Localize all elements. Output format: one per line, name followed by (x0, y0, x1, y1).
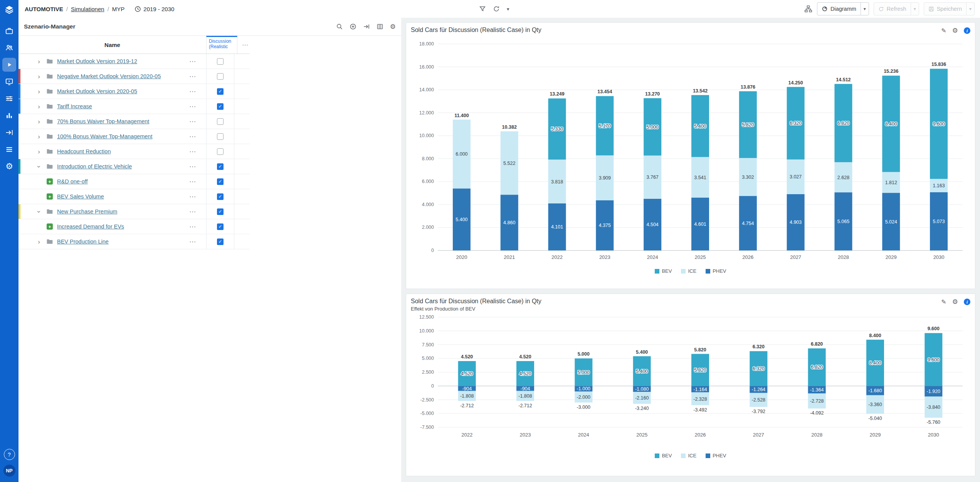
folder-icon (46, 118, 53, 125)
breadcrumb: AUTOMOTIVE / Simulationen / MYP (18, 6, 124, 12)
discussion-column-header[interactable]: Discussion (Realistic (206, 36, 237, 54)
legend-item[interactable]: BEV (655, 453, 672, 458)
chevron-right-icon[interactable]: › (35, 148, 42, 155)
help-icon[interactable]: ? (4, 449, 15, 460)
discussion-checkbox[interactable] (217, 58, 224, 65)
gear-icon[interactable]: ⚙ (952, 298, 958, 306)
scenario-link[interactable]: Tariff Increase (57, 103, 92, 109)
scenario-manager-panel: Szenario-Manager ⚙ Name Discussion (Real… (18, 18, 402, 482)
scenario-link[interactable]: Market Outlook Version 2019-12 (57, 58, 137, 64)
breadcrumb-simulations-link[interactable]: Simulationen (71, 6, 104, 12)
view-select-caret[interactable]: ▾ (861, 3, 869, 15)
nav-rows-icon[interactable] (2, 143, 16, 156)
row-menu-icon[interactable]: ⋯ (189, 178, 196, 186)
view-select-main[interactable]: Diagramm (817, 3, 861, 15)
scenario-link[interactable]: 70% Bonus Waiver Top-Management (57, 118, 149, 124)
nav-sliders-icon[interactable] (2, 92, 16, 106)
gear-icon[interactable]: ⚙ (390, 24, 396, 30)
filter-funnel-icon[interactable] (479, 5, 486, 12)
discussion-checkbox[interactable]: ✓ (217, 208, 224, 215)
nav-users-icon[interactable] (2, 41, 16, 55)
row-menu-icon[interactable]: ⋯ (189, 238, 196, 246)
info-icon[interactable]: i (964, 299, 970, 305)
chevron-right-icon[interactable]: › (35, 73, 42, 80)
scenario-link[interactable]: New Purchase Premium (57, 208, 117, 215)
discussion-checkbox[interactable] (217, 118, 224, 125)
row-menu-icon[interactable]: ⋯ (189, 133, 196, 141)
scenario-link[interactable]: R&D one-off (57, 178, 88, 185)
scenario-color-strip (18, 159, 20, 174)
scenario-link[interactable]: Negative Market Outlook Version 2020-05 (57, 73, 161, 79)
info-icon[interactable]: i (964, 27, 970, 34)
row-menu-icon[interactable]: ⋯ (189, 208, 196, 216)
discussion-checkbox[interactable]: ✓ (217, 238, 224, 245)
row-menu-icon[interactable]: ⋯ (189, 87, 196, 96)
chevron-right-icon[interactable]: › (35, 103, 42, 110)
nav-analytics-icon[interactable] (2, 109, 16, 123)
row-menu-icon[interactable]: ⋯ (189, 118, 196, 126)
discussion-checkbox[interactable] (217, 73, 224, 80)
scenario-link[interactable]: BEV Production Line (57, 238, 109, 245)
edit-pencil-icon[interactable]: ✎ (941, 298, 946, 306)
search-icon[interactable] (336, 23, 343, 30)
chevron-down-icon[interactable]: › (36, 163, 42, 170)
hierarchy-view-icon[interactable] (804, 5, 812, 13)
legend-item[interactable]: BEV (655, 268, 672, 274)
legend-item[interactable]: PHEV (706, 453, 726, 458)
add-circle-icon[interactable] (350, 23, 356, 30)
nav-settings-gear-icon[interactable]: ⚙ (2, 160, 16, 173)
svg-text:6.000: 6.000 (422, 179, 434, 184)
legend-item[interactable]: ICE (681, 453, 696, 458)
row-menu-icon[interactable]: ⋯ (189, 102, 196, 111)
chevron-right-icon[interactable]: › (35, 118, 42, 125)
scenario-link[interactable]: BEV Sales Volume (57, 193, 104, 200)
legend-item[interactable]: ICE (681, 268, 696, 274)
chevron-right-icon[interactable]: › (35, 238, 42, 245)
refresh-button[interactable]: Refresh (874, 3, 911, 15)
discussion-checkbox[interactable]: ✓ (217, 103, 224, 110)
column-options-icon[interactable]: ⋯ (237, 36, 253, 54)
row-menu-icon[interactable]: ⋯ (189, 163, 196, 171)
save-button[interactable]: Speichern (924, 3, 966, 15)
edit-pencil-icon[interactable]: ✎ (941, 27, 946, 34)
discussion-checkbox[interactable]: ✓ (217, 178, 224, 185)
save-button-caret[interactable]: ▾ (966, 3, 974, 15)
scenario-link[interactable]: Market Outlook Version 2020-05 (57, 88, 137, 94)
scenario-link[interactable]: Headcount Reduction (57, 148, 111, 155)
discussion-checkbox[interactable]: ✓ (217, 193, 224, 200)
jump-to-right-icon[interactable] (363, 23, 370, 30)
nav-simulations-play-icon[interactable] (2, 58, 16, 72)
scenario-link[interactable]: 100% Bonus Waiver Top-Management (57, 133, 152, 139)
chevron-right-icon[interactable]: › (35, 88, 42, 95)
scenario-link[interactable]: Increased Demand for EVs (57, 223, 124, 230)
discussion-checkbox[interactable] (217, 148, 224, 155)
nav-export-arrow-icon[interactable] (2, 126, 16, 139)
scenario-link[interactable]: Introduction of Electric Vehicle (57, 163, 132, 170)
svg-text:5.522: 5.522 (503, 161, 515, 166)
caret-down-icon[interactable]: ▾ (507, 6, 509, 12)
nav-briefcase-icon[interactable] (2, 24, 16, 38)
discussion-checkbox[interactable]: ✓ (217, 163, 224, 170)
user-avatar[interactable]: NP (3, 465, 15, 477)
discussion-checkbox[interactable]: ✓ (217, 88, 224, 95)
scenario-table: Name Discussion (Realistic ⋯ ›Market Out… (18, 36, 250, 249)
chevron-right-icon[interactable]: › (35, 133, 42, 140)
row-menu-icon[interactable]: ⋯ (189, 57, 196, 65)
gear-icon[interactable]: ⚙ (952, 27, 958, 35)
chevron-down-icon[interactable]: › (36, 208, 42, 215)
view-columns-icon[interactable] (377, 23, 383, 30)
discussion-checkbox[interactable] (217, 133, 224, 140)
row-menu-icon[interactable]: ⋯ (189, 223, 196, 231)
svg-text:6.820: 6.820 (811, 364, 823, 370)
discussion-checkbox[interactable]: ✓ (217, 223, 224, 230)
chevron-right-icon[interactable]: › (35, 58, 42, 65)
refresh-button-caret[interactable]: ▾ (911, 3, 919, 15)
breadcrumb-root[interactable]: AUTOMOTIVE (25, 6, 63, 12)
row-menu-icon[interactable]: ⋯ (189, 193, 196, 201)
legend-item[interactable]: PHEV (706, 268, 726, 274)
row-menu-icon[interactable]: ⋯ (189, 72, 196, 81)
row-menu-icon[interactable]: ⋯ (189, 148, 196, 156)
nav-presentation-icon[interactable] (2, 75, 16, 89)
svg-text:2023: 2023 (599, 254, 610, 260)
refresh-icon[interactable] (493, 5, 500, 12)
